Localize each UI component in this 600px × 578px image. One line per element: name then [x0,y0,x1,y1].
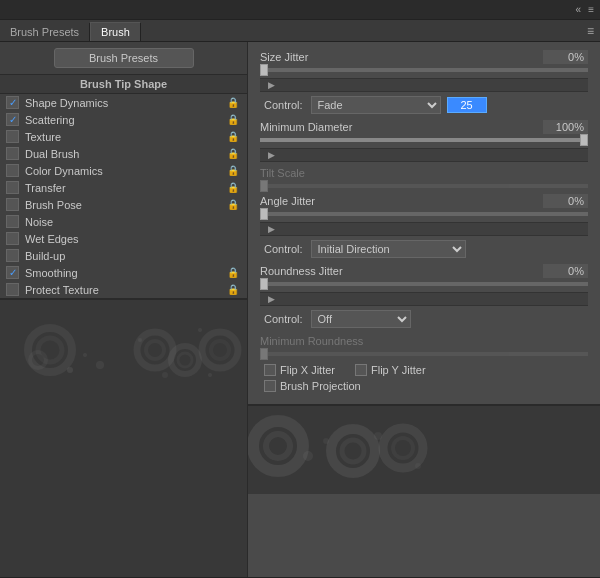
control-row-2: Control: Initial Direction Off Pen Press… [260,240,588,258]
checkbox-scattering[interactable] [6,113,19,126]
tab-brush[interactable]: Brush [90,22,141,41]
control-select-2[interactable]: Initial Direction Off Pen Pressure Pen T… [311,240,466,258]
checkbox-dual-brush[interactable] [6,147,19,160]
control-label-3: Control: [264,313,303,325]
brush-projection-checkbox[interactable] [264,380,276,392]
option-brush-pose[interactable]: Brush Pose 🔒 [0,196,247,213]
panel-menu-icon[interactable]: ≡ [586,4,596,15]
control-row-1: Control: Fade Off Pen Pressure Pen Tilt … [260,96,588,114]
tab-brush-presets[interactable]: Brush Presets [0,23,90,41]
option-shape-dynamics[interactable]: Shape Dynamics 🔒 [0,94,247,111]
checkbox-color-dynamics[interactable] [6,164,19,177]
svg-point-23 [323,438,329,444]
tilt-scale-label: Tilt Scale [260,167,543,179]
roundness-jitter-value[interactable] [543,264,588,278]
label-scattering: Scattering [25,114,75,126]
brush-projection-row: Brush Projection [264,380,584,392]
svg-point-17 [266,434,290,458]
brush-tip-shape-header: Brush Tip Shape [0,74,247,94]
svg-point-18 [331,429,375,473]
option-wet-edges[interactable]: Wet Edges [0,230,247,247]
checkbox-shape-dynamics[interactable] [6,96,19,109]
label-noise: Noise [25,216,53,228]
label-wet-edges: Wet Edges [25,233,79,245]
svg-point-6 [178,353,192,367]
size-jitter-slider[interactable] [260,68,588,72]
svg-point-12 [138,338,142,342]
lock-icon-protect-texture: 🔒 [227,284,239,295]
option-color-dynamics[interactable]: Color Dynamics 🔒 [0,162,247,179]
right-panel: Size Jitter ▶ Control: Fade Off Pen Pres… [248,42,600,577]
tilt-scale-value [543,166,588,180]
arrow-icon-3: ▶ [268,224,275,234]
tilt-scale-slider [260,184,588,188]
angle-jitter-slider[interactable] [260,212,588,216]
checkbox-smoothing[interactable] [6,266,19,279]
lock-icon-shape-dynamics: 🔒 [227,97,239,108]
checkbox-transfer[interactable] [6,181,19,194]
tab-bar: Brush Presets Brush ≡ [0,20,600,42]
collapse-icon[interactable]: « [574,4,584,15]
option-texture[interactable]: Texture 🔒 [0,128,247,145]
svg-point-19 [342,440,364,462]
flip-y-jitter-checkbox[interactable] [355,364,367,376]
label-buildup: Build-up [25,250,65,262]
brush-projection-text: Brush Projection [280,380,361,392]
option-transfer[interactable]: Transfer 🔒 [0,179,247,196]
option-smoothing[interactable]: Smoothing 🔒 [0,264,247,281]
angle-jitter-value[interactable] [543,194,588,208]
checkbox-brush-pose[interactable] [6,198,19,211]
svg-point-15 [208,373,212,377]
lock-icon-dual-brush: 🔒 [227,148,239,159]
minimum-diameter-value[interactable] [543,120,588,134]
right-preview-area [248,404,600,494]
svg-point-13 [162,372,168,378]
arrow-icon-2: ▶ [268,150,275,160]
tab-menu-icon[interactable]: ≡ [581,21,600,41]
roundness-jitter-slider[interactable] [260,282,588,286]
control-label-1: Control: [264,99,303,111]
checkbox-texture[interactable] [6,130,19,143]
checkbox-buildup[interactable] [6,249,19,262]
option-dual-brush[interactable]: Dual Brush 🔒 [0,145,247,162]
svg-point-1 [38,338,62,362]
control-label-2: Control: [264,243,303,255]
minimum-roundness-row: Minimum Roundness [260,334,588,348]
svg-point-10 [83,353,87,357]
checkbox-protect-texture[interactable] [6,283,19,296]
minimum-diameter-slider[interactable] [260,138,588,142]
size-jitter-label: Size Jitter [260,51,543,63]
flip-x-jitter-label[interactable]: Flip X Jitter [264,364,335,376]
option-noise[interactable]: Noise [0,213,247,230]
option-protect-texture[interactable]: Protect Texture 🔒 [0,281,247,298]
svg-point-4 [146,341,164,359]
lock-icon-transfer: 🔒 [227,182,239,193]
flip-y-jitter-label[interactable]: Flip Y Jitter [355,364,426,376]
label-transfer: Transfer [25,182,66,194]
svg-point-7 [202,332,238,368]
brush-presets-button[interactable]: Brush Presets [54,48,194,68]
control-select-1[interactable]: Fade Off Pen Pressure Pen Tilt Initial D… [311,96,441,114]
divider-1: ▶ [260,78,588,92]
svg-point-11 [96,361,104,369]
divider-4: ▶ [260,292,588,306]
angle-jitter-row: Angle Jitter [260,194,588,208]
control-select-3[interactable]: Off Pen Pressure Pen Tilt Fade [311,310,411,328]
arrow-icon-4: ▶ [268,294,275,304]
flip-checkboxes-row: Flip X Jitter Flip Y Jitter [264,364,584,376]
label-smoothing: Smoothing [25,267,78,279]
svg-point-14 [198,328,202,332]
option-buildup[interactable]: Build-up [0,247,247,264]
option-scattering[interactable]: Scattering 🔒 [0,111,247,128]
label-texture: Texture [25,131,61,143]
svg-point-25 [415,463,421,469]
size-jitter-value[interactable] [543,50,588,64]
control-input-1[interactable] [447,97,487,113]
checkbox-wet-edges[interactable] [6,232,19,245]
brush-projection-label[interactable]: Brush Projection [264,380,361,392]
label-brush-pose: Brush Pose [25,199,82,211]
flip-x-jitter-checkbox[interactable] [264,364,276,376]
title-bar: « ≡ [0,0,600,20]
checkbox-noise[interactable] [6,215,19,228]
label-color-dynamics: Color Dynamics [25,165,103,177]
